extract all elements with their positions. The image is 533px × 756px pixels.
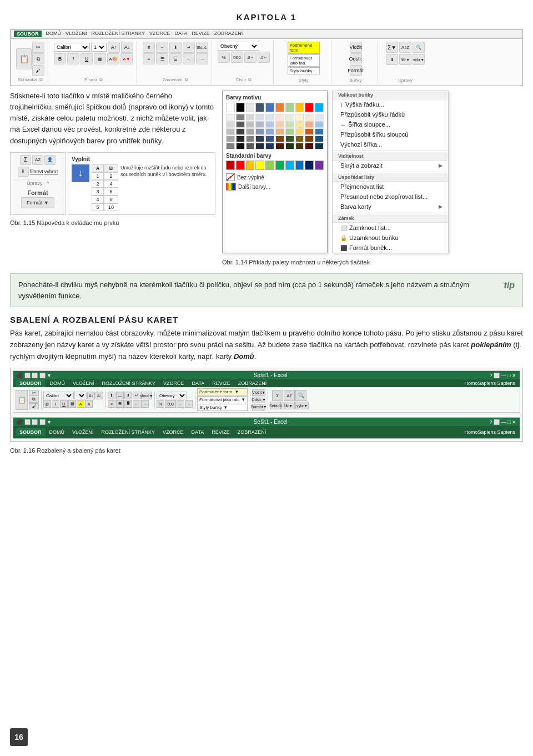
ribbon-tab-soubor[interactable]: SOUBOR (14, 31, 42, 37)
align-top-icon[interactable]: ⬆ (143, 42, 155, 53)
revize-tab-2[interactable]: REVIZE (208, 428, 234, 436)
std-color-4[interactable] (255, 161, 264, 170)
underline-1[interactable]: U (60, 400, 68, 408)
std-color-9[interactable] (305, 161, 314, 170)
italic-icon[interactable]: I (67, 53, 79, 64)
shade-4-7[interactable] (285, 136, 294, 142)
bot-1[interactable]: ⬇ (124, 392, 132, 399)
fill-color-icon[interactable]: A🎨 (107, 53, 119, 64)
shade-5-2[interactable] (236, 143, 245, 149)
shade-3-3[interactable] (246, 128, 255, 135)
std-color-5[interactable] (265, 161, 274, 170)
std-color-1[interactable] (226, 161, 235, 170)
copy-btn-1[interactable]: ⧉ (29, 397, 39, 403)
shade-4-6[interactable] (275, 136, 284, 142)
color-darkblue[interactable] (255, 103, 264, 112)
bold-1[interactable]: B (43, 400, 51, 408)
font-name-select[interactable]: Calibri (54, 43, 90, 52)
top-1[interactable]: ⬆ (108, 392, 115, 399)
domu-tab-2[interactable]: DOMŮ (46, 428, 69, 436)
color-blue[interactable] (265, 103, 274, 112)
paste-icon[interactable]: 📋 (16, 48, 32, 69)
std-color-6[interactable] (275, 161, 284, 170)
border-1[interactable]: ▦ (68, 400, 76, 408)
data-tab-2[interactable]: DATA (188, 428, 208, 436)
cond-format-1[interactable]: Podmíněné form. ▼ (197, 388, 248, 395)
format-cells-icon[interactable]: Formát (350, 65, 362, 76)
no-fill-option[interactable]: Bez výplně (226, 173, 324, 181)
text-wrap-icon[interactable]: ↵ (183, 42, 195, 53)
fill2-icon[interactable]: ⬇ (18, 167, 29, 177)
rozlozeni-tab-1[interactable]: ROZLOŽENÍ STRÁNKY (98, 379, 160, 387)
shade-5-7[interactable] (285, 143, 294, 149)
comma2-1[interactable]: 000 (165, 400, 176, 408)
dedent-1[interactable]: ← (133, 400, 140, 408)
format-table-icon[interactable]: Formátovat jako tab. (288, 54, 320, 67)
align-center-icon[interactable]: ☰ (156, 53, 168, 64)
copy-icon[interactable]: ⧉ (32, 53, 44, 64)
filter2-1[interactable]: filtr▼ (281, 402, 295, 409)
sort2-1[interactable]: Seřadit (270, 402, 281, 409)
shade-3-6[interactable] (275, 128, 284, 135)
cut-icon[interactable]: ✂ (32, 42, 44, 53)
ribbon-tab-vzorce[interactable]: VZORCE (149, 31, 170, 37)
select2-1[interactable]: výbr▼ (295, 402, 309, 409)
revize-tab-1[interactable]: REVIZE (208, 379, 234, 387)
italic-1[interactable]: I (52, 400, 59, 408)
ribbon-tab-vlozeni[interactable]: VLOŽENÍ (66, 31, 87, 37)
shade-3-7[interactable] (285, 128, 294, 135)
format-select-1[interactable]: Obecný (157, 392, 187, 399)
shade-1-7[interactable] (285, 114, 294, 121)
font-size-1[interactable]: 11 (74, 392, 87, 399)
shade-4-8[interactable] (295, 136, 304, 142)
color-lightgray[interactable] (246, 103, 255, 112)
center-1[interactable]: ☰ (116, 400, 124, 408)
vzorce-tab-2[interactable]: VZORCE (159, 428, 188, 436)
color-green[interactable] (285, 103, 294, 112)
format2-1[interactable]: Formát▼ (252, 404, 265, 410)
remdec-1[interactable]: → (185, 400, 193, 408)
vzorce-tab-1[interactable]: VZORCE (159, 379, 188, 387)
protect-sheet-item[interactable]: ⬜ Zamknout list... (333, 223, 448, 233)
shade-2-2[interactable] (236, 121, 245, 128)
tab-color-item[interactable]: Barva karty ▶ (333, 202, 448, 212)
right-1[interactable]: ≣ (124, 400, 132, 408)
domu-tab-1[interactable]: DOMŮ (46, 379, 69, 387)
number-format-select[interactable]: Obecný (218, 42, 259, 51)
default-width-item[interactable]: Výchozí šířka... (333, 139, 448, 149)
mid-1[interactable]: — (116, 392, 124, 399)
remove-decimal-icon[interactable]: .0← (258, 52, 270, 63)
border-icon[interactable]: ▦ (94, 53, 106, 64)
conditional-format-icon[interactable]: Podmíněné form. (288, 42, 320, 54)
row-height-item[interactable]: ↕ Výška řádku... (333, 99, 448, 109)
std-color-2[interactable] (236, 161, 245, 170)
shade-5-3[interactable] (246, 143, 255, 149)
indent-1[interactable]: → (141, 400, 149, 408)
ribbon-tab-rozlozeni[interactable]: ROZLOŽENÍ STRÁNKY (92, 31, 145, 37)
shade-2-10[interactable] (315, 121, 324, 128)
sort-az-icon[interactable]: AZ (32, 155, 43, 165)
shade-2-1[interactable] (226, 121, 235, 128)
fill-1[interactable]: A (77, 400, 84, 408)
adddec-1[interactable]: ← (177, 400, 184, 408)
font-size-select[interactable]: 11 (91, 43, 107, 52)
painter-btn-1[interactable]: 🖌 (29, 403, 39, 409)
shade-4-3[interactable] (246, 136, 255, 142)
sort-icon[interactable]: A↑Z (399, 42, 411, 53)
shade-3-2[interactable] (236, 128, 245, 135)
delete-cells-icon[interactable]: Odstr. (350, 53, 362, 64)
std-color-3[interactable] (246, 161, 255, 170)
merge-1[interactable]: slouč▼ (141, 392, 152, 399)
shade-2-3[interactable] (246, 121, 255, 128)
cell-styles2-1[interactable]: Styly buňky ▼ (197, 404, 248, 411)
shade-1-10[interactable] (315, 114, 324, 121)
move-copy-item[interactable]: Přesunout nebo zkopírovat list... (333, 192, 448, 202)
paste-btn-1[interactable]: 📋 (16, 390, 28, 410)
shade-4-2[interactable] (236, 136, 245, 142)
shade-1-9[interactable] (305, 114, 314, 121)
shade-3-4[interactable] (255, 128, 264, 135)
vlozeni-tab-2[interactable]: VLOŽENÍ (68, 428, 98, 436)
std-color-7[interactable] (285, 161, 294, 170)
left-1[interactable]: ≡ (108, 400, 115, 408)
sortaz2-1[interactable]: AZ (284, 390, 295, 401)
